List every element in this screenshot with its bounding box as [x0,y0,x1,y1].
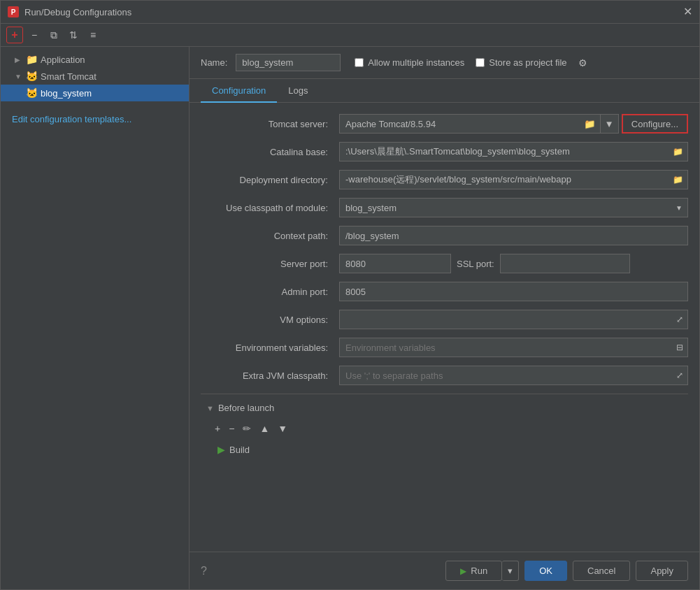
vm-options-row: VM options: ⤢ [201,310,688,329]
ssl-port-label: SSL port: [457,259,494,269]
store-project-checkbox[interactable] [476,58,485,67]
sidebar-item-smart-tomcat-label: Smart Tomcat [41,71,97,82]
sidebar-item-smart-tomcat[interactable]: ▼ 🐱 Smart Tomcat [1,68,189,85]
tomcat-server-label: Tomcat server: [201,119,334,129]
extra-jvm-row: Extra JVM classpath: ⤢ [201,366,688,385]
tomcat-dropdown-button[interactable]: ▼ [601,114,619,134]
catalina-base-input[interactable] [339,142,669,161]
apply-button[interactable]: Apply [636,561,688,581]
store-project-label[interactable]: Store as project file [476,57,566,68]
before-launch-toolbar: + − ✏ ▲ ▼ [201,419,688,438]
extra-jvm-input[interactable] [339,366,672,385]
bottom-bar: ? ▶ Run ▾ OK Cancel Apply [190,552,699,589]
remove-config-button[interactable]: − [26,27,43,43]
before-launch-header[interactable]: ▼ Before launch [201,403,688,413]
header-bar: Name: Allow multiple instances Store as … [190,47,699,79]
classpath-row: Use classpath of module: blog_system [201,198,688,217]
deployment-dir-browse-button[interactable]: 📁 [669,170,688,189]
before-launch-list: ▶ Build [201,438,688,461]
env-variables-row: Environment variables: ⊟ [201,338,688,357]
tomcat-server-input[interactable] [339,114,580,134]
admin-port-label: Admin port: [201,287,334,297]
help-button[interactable]: ? [201,565,207,577]
sidebar-item-blog-system[interactable]: 🐱 blog_system [1,85,189,101]
copy-config-button[interactable]: ⧉ [45,27,62,43]
context-path-row: Context path: [201,226,688,245]
tab-configuration[interactable]: Configuration [201,80,277,103]
name-label: Name: [201,57,227,68]
tomcat-browse-button[interactable]: 📁 [580,114,601,134]
context-path-input[interactable] [339,226,688,245]
edit-templates-section: Edit configuration templates... [1,108,189,130]
admin-port-input[interactable] [339,282,688,301]
before-launch-chevron-icon: ▼ [206,404,214,412]
vm-options-field: ⤢ [339,310,688,329]
blog-system-icon: 🐱 [26,87,38,99]
run-button[interactable]: ▶ Run [445,561,502,581]
deployment-dir-field: 📁 [339,170,688,189]
env-variables-input[interactable] [339,338,672,357]
before-launch-down-button[interactable]: ▼ [275,422,290,436]
before-launch-title: Before launch [218,403,274,413]
before-launch-edit-button[interactable]: ✏ [240,422,254,436]
gear-button[interactable]: ⚙ [578,57,587,69]
header-options: Allow multiple instances Store as projec… [355,57,587,69]
config-panel: Tomcat server: 📁 ▼ Configure... Catalina… [190,103,699,552]
sidebar-item-application-label: Application [41,55,85,65]
ssl-port-input[interactable] [500,254,630,273]
vm-options-expand-button[interactable]: ⤢ [672,310,688,329]
tab-logs[interactable]: Logs [277,80,319,103]
env-variables-label: Environment variables: [201,343,334,353]
cancel-button[interactable]: Cancel [573,561,630,581]
tomcat-server-field: 📁 ▼ Configure... [339,114,688,134]
sidebar-item-blog-system-label: blog_system [41,88,92,99]
port-row: SSL port: [339,254,630,273]
tabs: Configuration Logs [190,79,699,103]
run-debug-dialog: P Run/Debug Configurations ✕ + − ⧉ ⇅ ≡ ▶… [0,0,700,590]
build-icon: ▶ [217,444,225,455]
right-panel: Name: Allow multiple instances Store as … [190,47,699,589]
before-launch-up-button[interactable]: ▲ [257,422,272,436]
env-variables-browse-button[interactable]: ⊟ [672,338,688,357]
allow-multiple-checkbox[interactable] [355,58,364,67]
vm-options-label: VM options: [201,315,334,325]
extra-jvm-label: Extra JVM classpath: [201,370,334,381]
deployment-dir-row: Deployment directory: 📁 [201,170,688,189]
run-dropdown-button[interactable]: ▾ [502,561,519,581]
vm-options-input[interactable] [339,310,672,329]
before-launch-build-item[interactable]: ▶ Build [212,441,677,458]
catalina-base-label: Catalina base: [201,147,334,157]
admin-port-field [339,282,688,301]
app-icon: P [8,6,19,17]
extra-jvm-field: ⤢ [339,366,688,385]
server-port-input[interactable] [339,254,451,273]
application-icon: 📁 [26,54,38,65]
before-launch-add-button[interactable]: + [212,422,223,436]
classpath-select[interactable]: blog_system [339,198,688,217]
expand-application-icon[interactable]: ▶ [15,56,23,64]
deployment-dir-input[interactable] [339,170,669,189]
run-button-group: ▶ Run ▾ [445,561,519,581]
expand-smart-tomcat-icon[interactable]: ▼ [15,73,23,80]
sidebar-item-application[interactable]: ▶ 📁 Application [1,51,189,68]
tomcat-server-row: Tomcat server: 📁 ▼ Configure... [201,114,688,134]
ok-button[interactable]: OK [524,561,567,581]
sidebar: ▶ 📁 Application ▼ 🐱 Smart Tomcat 🐱 blog_… [1,47,190,589]
allow-multiple-label[interactable]: Allow multiple instances [355,57,464,68]
close-button[interactable]: ✕ [683,6,692,17]
run-icon: ▶ [460,566,466,576]
add-config-button[interactable]: + [6,27,23,43]
before-launch-build-label: Build [229,445,250,455]
catalina-base-browse-button[interactable]: 📁 [669,142,688,161]
catalina-base-field: 📁 [339,142,688,161]
move-config-button[interactable]: ⇅ [65,27,82,43]
server-port-label: Server port: [201,259,334,269]
edit-templates-link[interactable]: Edit configuration templates... [12,114,131,124]
name-input[interactable] [236,54,341,71]
extra-jvm-expand-button[interactable]: ⤢ [672,366,688,385]
before-launch-section: ▼ Before launch + − ✏ ▲ ▼ ▶ Build [201,394,688,461]
dialog-title: Run/Debug Configurations [24,7,678,17]
sort-config-button[interactable]: ≡ [85,27,101,43]
before-launch-remove-button[interactable]: − [226,422,237,436]
configure-button[interactable]: Configure... [622,114,688,134]
